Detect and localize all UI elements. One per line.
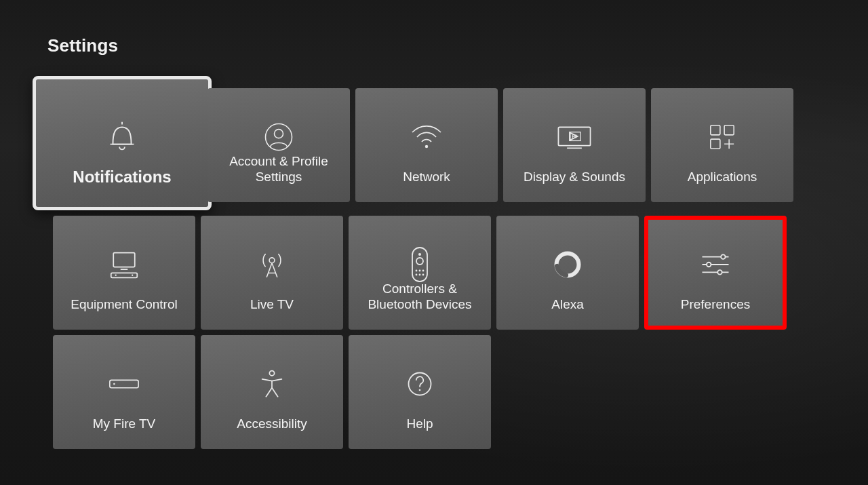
tile-preferences[interactable]: Preferences bbox=[644, 216, 787, 330]
tile-alexa[interactable]: Alexa bbox=[496, 216, 639, 330]
page-title: Settings bbox=[47, 35, 118, 56]
svg-rect-5 bbox=[711, 125, 720, 135]
svg-point-10 bbox=[115, 275, 117, 276]
tile-notifications[interactable]: Notifications bbox=[33, 76, 212, 210]
tile-account[interactable]: Account & Profile Settings bbox=[208, 88, 350, 202]
svg-point-12 bbox=[269, 258, 275, 263]
tile-label: Live TV bbox=[210, 296, 334, 312]
bell-icon bbox=[36, 108, 208, 165]
tile-label: Help bbox=[358, 416, 481, 431]
tile-label: Alexa bbox=[506, 296, 629, 312]
svg-point-15 bbox=[416, 258, 423, 265]
tile-label: Preferences bbox=[654, 296, 777, 312]
svg-point-11 bbox=[132, 275, 133, 276]
svg-rect-9 bbox=[111, 273, 138, 277]
svg-rect-6 bbox=[724, 125, 734, 135]
display-icon bbox=[503, 111, 646, 163]
tile-label: Display & Sounds bbox=[513, 169, 636, 185]
alexa-icon bbox=[496, 239, 639, 290]
tile-equipment[interactable]: Equipment Control bbox=[53, 216, 195, 330]
svg-rect-7 bbox=[711, 139, 720, 149]
svg-point-24 bbox=[707, 263, 711, 267]
tile-label: Network bbox=[365, 169, 488, 185]
svg-point-21 bbox=[422, 274, 425, 276]
tile-applications[interactable]: Applications bbox=[651, 88, 793, 202]
svg-point-14 bbox=[418, 253, 421, 256]
apps-icon bbox=[651, 111, 793, 163]
profile-icon bbox=[208, 111, 350, 163]
svg-point-2 bbox=[425, 145, 428, 148]
svg-point-23 bbox=[721, 254, 726, 259]
settings-screen: Settings Notifications Acc bbox=[0, 0, 868, 485]
tile-label: Applications bbox=[660, 169, 784, 185]
svg-point-1 bbox=[275, 130, 283, 138]
tile-display[interactable]: Display & Sounds bbox=[503, 88, 646, 202]
sliders-icon bbox=[644, 239, 787, 290]
remote-icon bbox=[349, 239, 491, 290]
svg-point-19 bbox=[416, 274, 418, 276]
svg-point-27 bbox=[113, 383, 115, 385]
svg-point-18 bbox=[422, 270, 425, 272]
svg-point-20 bbox=[419, 274, 421, 276]
tile-label: Equipment Control bbox=[62, 296, 186, 312]
svg-point-16 bbox=[416, 270, 418, 272]
help-icon bbox=[349, 358, 491, 410]
svg-point-30 bbox=[419, 389, 421, 391]
equipment-icon bbox=[53, 239, 195, 290]
tile-label: My Fire TV bbox=[62, 416, 186, 431]
svg-point-28 bbox=[269, 371, 274, 376]
antenna-icon bbox=[201, 239, 343, 290]
tile-controllers[interactable]: Controllers & Bluetooth Devices bbox=[349, 216, 491, 330]
tile-accessibility[interactable]: Accessibility bbox=[201, 335, 343, 449]
svg-point-0 bbox=[266, 124, 292, 151]
tile-help[interactable]: Help bbox=[349, 335, 491, 449]
tile-livetv[interactable]: Live TV bbox=[201, 216, 343, 330]
svg-rect-8 bbox=[113, 253, 135, 267]
tile-myfiretv[interactable]: My Fire TV bbox=[53, 335, 195, 449]
accessibility-icon bbox=[201, 358, 343, 410]
wifi-icon bbox=[355, 111, 498, 163]
tile-label: Accessibility bbox=[210, 416, 334, 431]
settings-grid: Notifications Account & Profile Settings bbox=[53, 88, 806, 449]
device-icon bbox=[53, 358, 195, 410]
svg-point-17 bbox=[419, 270, 421, 272]
svg-point-25 bbox=[717, 270, 722, 275]
tile-label: Notifications bbox=[45, 167, 199, 187]
tile-network[interactable]: Network bbox=[355, 88, 498, 202]
